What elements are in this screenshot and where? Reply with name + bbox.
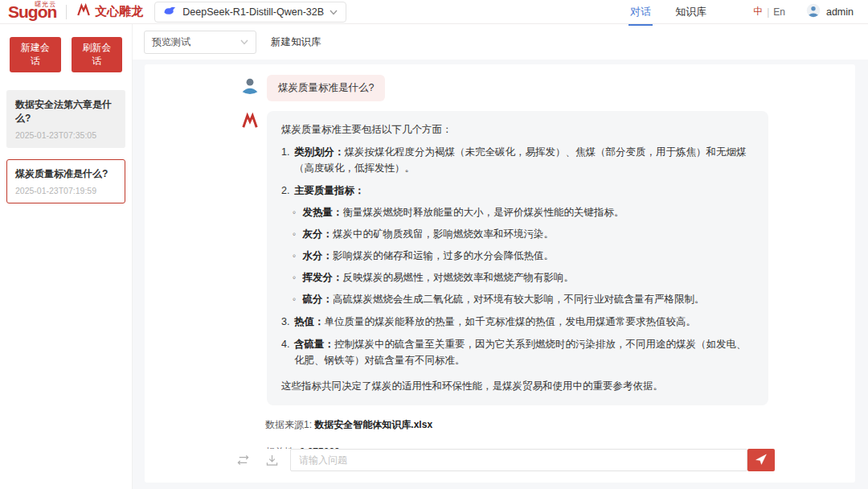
lang-separator: | [767, 6, 769, 18]
language-switcher: 中 | En [753, 5, 785, 18]
list-item: 灰分：煤炭中的矿物质残留，影响燃烧效率和环境污染。 [293, 226, 754, 242]
conversation-timestamp: 2025-01-23T07:19:59 [15, 186, 117, 195]
answer-item-1: 1. 类别划分：煤炭按煤化程度分为褐煤（未完全碳化，易挥发）、焦煤（部分变质，用… [281, 144, 754, 176]
user-avatar-icon [806, 3, 821, 20]
answer-item-label: 主要质量指标： [294, 183, 365, 199]
question-input[interactable] [290, 449, 747, 471]
app-header: Sugon 曙光云 文心雕龙 DeepSeek-R1-Distill-Qwen-… [0, 0, 868, 24]
list-item: 发热量：衡量煤炭燃烧时释放能量的大小，是评价煤炭性能的关键指标。 [293, 204, 754, 220]
nav-tab-knowledge-base[interactable]: 知识库 [674, 0, 708, 24]
chevron-down-icon [330, 6, 338, 18]
list-item: 水分：影响煤炭的储存和运输，过多的水分会降低热值。 [293, 248, 754, 264]
list-item: 挥发分：反映煤炭的易燃性，对燃烧效率和燃烧产物有影响。 [293, 269, 754, 286]
data-sources-section: 数据来源1: 数据安全智能体知识库.xlsx 相关性: 0.875083 数据来… [265, 418, 768, 449]
chevron-down-icon [240, 36, 248, 47]
conversation-title: 煤炭质量标准是什么? [15, 167, 117, 181]
answer-item-4: 4. 含硫量：控制煤炭中的硫含量至关重要，因为它关系到燃烧时的污染排放，不同用途… [281, 336, 754, 368]
answer-item-text: 单位质量的煤炭能释放的热量，如千克标准煤的热值，发电用煤通常要求热值较高。 [325, 316, 697, 327]
header-divider [66, 5, 67, 19]
lang-en-option[interactable]: En [773, 6, 785, 18]
conversation-title: 数据安全法第六章是什么? [15, 98, 117, 125]
send-button[interactable] [747, 449, 775, 471]
product-brand: 文心雕龙 [76, 3, 143, 20]
chat-panel: 煤炭质量标准是什么? 煤炭质量标准主要包括以下几个方面： 1. 类别划分：煤炭按… [145, 64, 855, 483]
conversation-item[interactable]: 数据安全法第六章是什么? 2025-01-23T07:35:05 [6, 90, 125, 148]
clear-history-icon[interactable] [235, 453, 250, 467]
answer-item-text: 煤炭按煤化程度分为褐煤（未完全碳化，易挥发）、焦煤（部分变质，用于炼焦）和无烟煤… [294, 146, 747, 174]
conversation-item-selected[interactable]: 煤炭质量标准是什么? 2025-01-23T07:19:59 [6, 159, 125, 203]
model-selector-dropdown[interactable]: DeepSeek-R1-Distill-Qwen-32B [154, 2, 346, 23]
conversation-sidebar: 新建会话 刷新会话 数据安全法第六章是什么? 2025-01-23T07:35:… [0, 24, 133, 489]
user-chat-avatar-icon [241, 76, 259, 94]
new-conversation-button[interactable]: 新建会话 [10, 37, 61, 72]
assistant-closing: 这些指标共同决定了煤炭的适用性和环保性能，是煤炭贸易和使用中的重要参考依据。 [281, 378, 754, 394]
answer-item-3: 3. 热值：单位质量的煤炭能释放的热量，如千克标准煤的热值，发电用煤通常要求热值… [281, 314, 754, 330]
knowledge-base-select-value: 预览测试 [152, 35, 190, 49]
conversation-list: 数据安全法第六章是什么? 2025-01-23T07:35:05 煤炭质量标准是… [0, 90, 132, 203]
quality-indicator-list: 发热量：衡量煤炭燃烧时释放能量的大小，是评价煤炭性能的关键指标。 灰分：煤炭中的… [293, 204, 754, 307]
username-label: admin [826, 6, 854, 18]
answer-item-label: 热值： [294, 316, 325, 327]
sugon-cloud-label: 曙光云 [35, 0, 56, 9]
list-item: 硫分：高硫煤炭燃烧会生成二氧化硫，对环境有较大影响，不同行业对硫含量有严格限制。 [293, 291, 754, 307]
data-source-line: 数据来源1: 数据安全智能体知识库.xlsx [265, 418, 768, 432]
paper-plane-icon [755, 453, 768, 468]
nav-tab-chat[interactable]: 对话 [628, 0, 653, 24]
answer-item-2: 2. 主要质量指标： [281, 183, 754, 199]
product-brand-label: 文心雕龙 [95, 4, 143, 19]
model-selector-value: DeepSeek-R1-Distill-Qwen-32B [182, 6, 324, 18]
deepseek-whale-icon [163, 5, 177, 19]
flame-icon [76, 3, 91, 20]
refresh-conversation-button[interactable]: 刷新会话 [72, 37, 123, 72]
message-input-bar [145, 449, 855, 483]
knowledge-base-toolbar: 预览测试 新建知识库 [133, 24, 868, 60]
top-nav: 对话 知识库 [628, 0, 708, 24]
chat-message-area[interactable]: 煤炭质量标准是什么? 煤炭质量标准主要包括以下几个方面： 1. 类别划分：煤炭按… [145, 64, 855, 449]
user-menu[interactable]: admin [806, 3, 854, 20]
new-knowledge-base-link[interactable]: 新建知识库 [271, 35, 321, 49]
answer-item-label: 含硫量： [294, 339, 334, 350]
answer-item-text: 控制煤炭中的硫含量至关重要，因为它关系到燃烧时的污染排放，不同用途的煤炭（如发电… [294, 339, 747, 366]
assistant-message-row: 煤炭质量标准主要包括以下几个方面： 1. 类别划分：煤炭按煤化程度分为褐煤（未完… [241, 111, 768, 405]
assistant-flame-avatar-icon [241, 113, 259, 130]
user-message-bubble: 煤炭质量标准是什么? [267, 75, 385, 101]
assistant-intro: 煤炭质量标准主要包括以下几个方面： [281, 121, 754, 138]
assistant-message-bubble: 煤炭质量标准主要包括以下几个方面： 1. 类别划分：煤炭按煤化程度分为褐煤（未完… [267, 111, 768, 405]
knowledge-base-select[interactable]: 预览测试 [144, 31, 256, 54]
user-message-row: 煤炭质量标准是什么? [241, 75, 768, 101]
export-download-icon[interactable] [264, 453, 279, 467]
answer-item-label: 类别划分： [294, 146, 345, 158]
sugon-logo: Sugon 曙光云 [8, 3, 56, 20]
conversation-timestamp: 2025-01-23T07:35:05 [15, 130, 117, 140]
lang-zh-option[interactable]: 中 [753, 5, 763, 18]
